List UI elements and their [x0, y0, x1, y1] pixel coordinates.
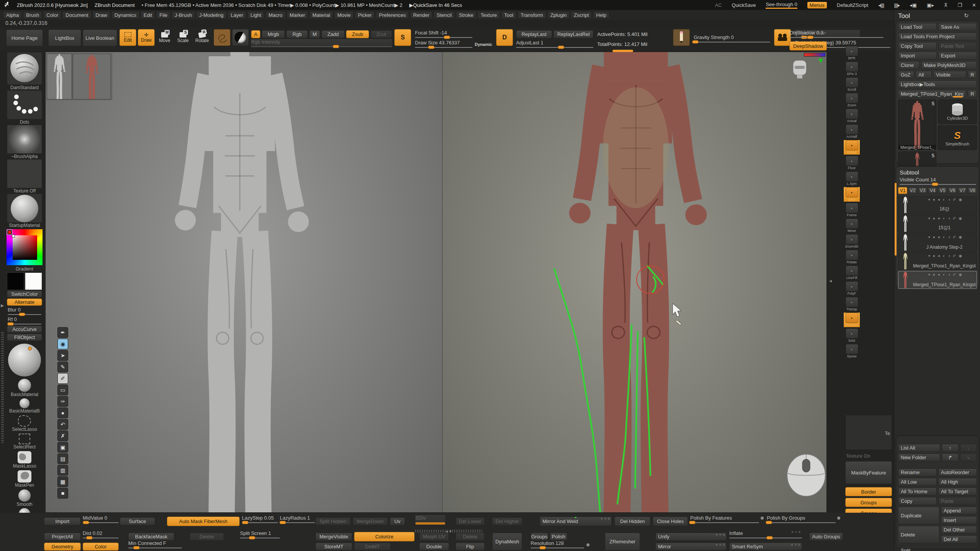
move-down-button[interactable]: ↓	[960, 444, 977, 452]
basic-material-b-label[interactable]: BasicMaterialB	[7, 408, 42, 414]
annotation-tool[interactable]: ●	[57, 408, 68, 418]
shade-icon[interactable]: ◐	[943, 272, 945, 277]
move-up-button[interactable]: ↑	[942, 444, 959, 452]
right-shelf-item[interactable]: ▪ Solo	[844, 328, 860, 343]
del-hidden-button[interactable]: Del Hidden	[614, 517, 650, 526]
simple-brush-tool[interactable]: S SimpleBrush	[938, 126, 977, 150]
right-shelf-item[interactable]: ▪ BPR	[844, 46, 860, 60]
morph-uv-button[interactable]: Morph UV	[419, 533, 449, 541]
select-lasso-label[interactable]: SelectLasso	[7, 427, 42, 432]
version-tab[interactable]: V7	[958, 187, 967, 194]
subtool-scrollbar[interactable]	[895, 183, 897, 256]
mirror-and-weld-button[interactable]: Mirror And WeldX Y Z	[540, 517, 612, 526]
current-alpha-thumb[interactable]	[7, 125, 42, 154]
annotation-tool[interactable]: ✎	[57, 362, 68, 372]
dist-slider[interactable]: Dist 0.02	[83, 530, 119, 538]
export-button[interactable]: Export	[938, 52, 977, 60]
right-shelf-item[interactable]: ▪ Move	[844, 218, 860, 233]
append-button[interactable]: Append	[941, 507, 977, 515]
visibility-eye-icon[interactable]: ◉	[959, 272, 962, 277]
close-icon[interactable]: ✕	[972, 2, 976, 8]
edit-button[interactable]: Edit	[119, 29, 136, 46]
right-shelf-item[interactable]: ▪ Floor	[844, 156, 860, 170]
annotation-tool[interactable]: ▤	[57, 453, 68, 464]
accucurve-button[interactable]: AccuCurve	[7, 326, 42, 333]
rotate-button[interactable]: R Rotate	[193, 29, 211, 46]
version-tab[interactable]: V8	[968, 187, 977, 194]
menu-item[interactable]: Texture	[477, 11, 500, 19]
polypaint-icon[interactable]: ●	[933, 272, 935, 277]
contrast-icon[interactable]: ◑	[948, 235, 950, 239]
draw-size-slider[interactable]: Draw Size 43.76337	[415, 40, 472, 48]
right-shelf-item[interactable]: ▪ SPix 3	[844, 62, 860, 76]
polypaint-icon[interactable]: ●	[933, 254, 935, 258]
right-shelf-item[interactable]: ▪ Xpose	[844, 344, 860, 359]
shade-icon[interactable]: ◐	[943, 254, 945, 258]
right-shelf-item[interactable]: ▪ Transp	[844, 297, 860, 311]
rename-button[interactable]: Rename	[898, 468, 937, 476]
version-tab[interactable]: V5	[938, 187, 947, 194]
shade-icon[interactable]: ◐	[943, 216, 945, 220]
project-all-button[interactable]: ProjectAll	[44, 533, 81, 541]
subtool-row[interactable]: ▾ ● ● ◐ ◑ ✐ ◉ Merged_TPose1_Ryan_Kingsli…	[898, 252, 977, 270]
current-texture-thumb[interactable]	[7, 159, 42, 188]
alpha-name[interactable]: ~BrushAlpha	[7, 154, 42, 159]
sv-square[interactable]	[13, 235, 37, 260]
texture-name[interactable]: Texture Off	[7, 188, 42, 194]
lazy-mouse-pencil-button[interactable]	[673, 29, 690, 46]
current-material-thumb[interactable]	[7, 194, 42, 223]
rgb-button[interactable]: Rgb	[286, 30, 308, 38]
menu-item[interactable]: Dynamics	[111, 11, 139, 19]
move-out-button[interactable]: ↱	[942, 453, 959, 461]
m-button[interactable]: M	[309, 30, 320, 38]
delete-proj-button[interactable]: Delete	[189, 533, 224, 541]
edit-pen-icon[interactable]: ✐	[953, 216, 956, 220]
auto-mask-fibermesh-button[interactable]: Auto Mask FiberMesh	[167, 517, 240, 526]
canvas-left-view[interactable]	[46, 52, 443, 513]
contrast-icon[interactable]: ◑	[948, 197, 950, 202]
uv-button[interactable]: Uv	[390, 517, 405, 525]
right-shelf-item[interactable]: ▪ PolyF	[844, 281, 860, 296]
goz-r-button[interactable]: R	[968, 71, 977, 79]
canvas-right-view[interactable]	[443, 52, 827, 513]
delete-button[interactable]: Delete	[898, 526, 939, 543]
visible-count-slider[interactable]: Visible Count 14	[900, 177, 976, 185]
contrast-icon[interactable]: ◑	[948, 216, 950, 220]
version-tab[interactable]: V3	[918, 187, 927, 194]
dynamic-label[interactable]: Dynamic	[475, 42, 492, 47]
minimize-icon[interactable]: ⊼	[944, 2, 948, 8]
mask-pen-icon[interactable]	[18, 470, 31, 483]
annotation-tool[interactable]: ▥	[57, 465, 68, 476]
basic-material-label[interactable]: BasicMaterial	[7, 392, 42, 397]
camera-head-icon[interactable]	[790, 59, 809, 81]
default-zscript-button[interactable]: DefaultZScript	[837, 2, 868, 8]
smooth-label[interactable]: Smooth	[7, 502, 42, 507]
goz-button[interactable]: GoZ	[898, 71, 914, 79]
basic-material-thumb[interactable]	[18, 379, 31, 392]
close-holes-button[interactable]: Close Holes	[653, 517, 688, 526]
list-all-button[interactable]: List All	[898, 444, 940, 452]
del-higher-button[interactable]: Del Higher	[492, 517, 523, 525]
annotation-tool[interactable]: ✗	[57, 430, 68, 441]
polish-by-features-slider[interactable]: Polish By Features	[690, 515, 759, 523]
shade-icon[interactable]: ◐	[943, 197, 945, 202]
fold-icon[interactable]: ▾	[928, 197, 930, 202]
min-connected-slider[interactable]: Min Connected F	[128, 540, 182, 548]
geometry-button[interactable]: Geometry	[44, 543, 81, 551]
mid-value-slider[interactable]: MidValue 0	[83, 515, 119, 523]
right-shelf-item[interactable]: ▪ Frame	[844, 203, 860, 217]
delete-layer-button[interactable]: Delete	[456, 533, 485, 541]
alternate-button[interactable]: Alternate	[7, 298, 42, 306]
stroke-picker[interactable]	[214, 29, 230, 46]
fold-icon[interactable]: ▾	[928, 235, 930, 239]
auto-reorder-button[interactable]: AutoReorder	[938, 468, 977, 476]
cylinder3d-tool[interactable]: Cylinder3D	[938, 99, 977, 124]
move-button[interactable]: M Move	[156, 29, 173, 46]
menu-item[interactable]: Draw	[93, 11, 110, 19]
menu-item[interactable]: J-Modeling	[196, 11, 227, 19]
right-shelf-item[interactable]: ▪ LineFill	[844, 266, 860, 280]
blur-slider[interactable]: Blur 0	[8, 307, 41, 315]
sdiv-slider[interactable]: SDiv	[415, 515, 445, 525]
goz-visible-button[interactable]: Visible	[933, 71, 966, 79]
fold-icon[interactable]: ▾	[928, 216, 930, 220]
